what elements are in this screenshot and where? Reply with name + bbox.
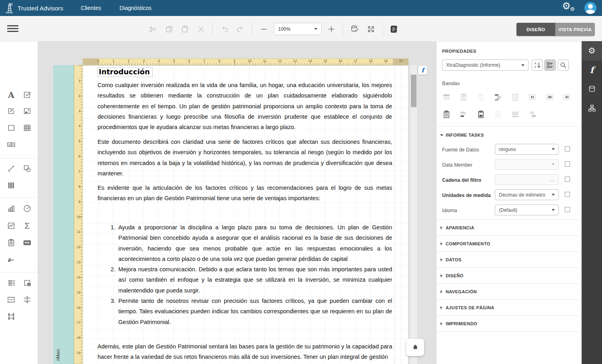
- page-break-control-icon[interactable]: [3, 292, 19, 308]
- cadena-del-filtro-input[interactable]: …: [495, 174, 559, 185]
- data-member-select[interactable]: [495, 159, 559, 170]
- band-bottom-margin-icon[interactable]: [511, 110, 520, 119]
- zoom-out-button[interactable]: [258, 24, 269, 35]
- field-checkbox[interactable]: [565, 146, 570, 151]
- ellipsis-icon[interactable]: …: [549, 177, 555, 183]
- table-control-icon[interactable]: [19, 120, 35, 136]
- paragraph[interactable]: Como cualquier inversión realizada en la…: [98, 80, 392, 132]
- idioma-select[interactable]: (Default): [495, 205, 559, 215]
- band-top-margin-icon[interactable]: [442, 93, 451, 101]
- band-sub-band-icon[interactable]: [442, 110, 451, 119]
- line-control-icon[interactable]: [3, 161, 19, 177]
- settings-gears-icon[interactable]: ⚙⚙: [561, 1, 576, 15]
- delete-button[interactable]: [195, 24, 207, 35]
- shape-control-icon[interactable]: [19, 161, 35, 177]
- attachment-control-icon[interactable]: [3, 235, 19, 251]
- group-properties-button[interactable]: [544, 60, 556, 71]
- signature-control-icon[interactable]: [3, 252, 19, 268]
- user-avatar[interactable]: [584, 2, 596, 14]
- section-navegacion[interactable]: NAVEGACIÓN: [437, 283, 582, 299]
- band-detail-report-icon[interactable]: [562, 93, 571, 101]
- informe-tasks-header[interactable]: INFORME TASKS: [440, 133, 484, 137]
- picture-control-icon[interactable]: [19, 103, 35, 119]
- band-vertical-detail-icon[interactable]: [476, 110, 485, 119]
- band-page-footer-icon[interactable]: [459, 110, 468, 119]
- section-diseno[interactable]: DISEÑO: [437, 267, 582, 283]
- list-item[interactable]: Mejora nuestra comunicación. Debido a qu…: [117, 264, 392, 296]
- zoom-in-button[interactable]: [326, 24, 337, 35]
- list-item[interactable]: Permite tanto de nosotros revisar con pr…: [117, 296, 392, 327]
- sparkline-control-icon[interactable]: [3, 218, 19, 234]
- expressions-tab-button[interactable]: f: [582, 60, 602, 80]
- section-imprimiendo[interactable]: IMPRIMIENDO: [437, 315, 582, 331]
- section-ajustes-de-pagina[interactable]: AJUSTES DE PÁGINA: [437, 299, 582, 315]
- field-checkbox[interactable]: [565, 177, 570, 182]
- checkbox-control-icon[interactable]: [19, 87, 35, 103]
- section-apariencia[interactable]: APARIENCIA: [437, 219, 582, 235]
- paragraph[interactable]: Además, este plan de Gestión Patrimonial…: [98, 341, 392, 362]
- band-detail-icon[interactable]: [511, 93, 520, 101]
- band-page-header-icon[interactable]: [494, 93, 502, 101]
- gauge-control-icon[interactable]: [19, 201, 35, 217]
- database-icon: [588, 85, 596, 93]
- band-report-header-icon[interactable]: [459, 93, 468, 101]
- chart-control-icon[interactable]: [3, 201, 19, 217]
- zoom-level-select[interactable]: 100%: [274, 23, 322, 35]
- sum-control-icon[interactable]: Σ: [19, 218, 35, 234]
- expression-fx-button[interactable]: f: [418, 66, 427, 75]
- validate-report-button[interactable]: [349, 24, 361, 35]
- notifications-button[interactable]: [406, 339, 424, 356]
- vertical-ruler: 12345678910111213141516171819: [74, 65, 83, 364]
- section-comportamiento[interactable]: COMPORTAMIENTO: [437, 235, 582, 251]
- cross-band-line-control-icon[interactable]: [19, 292, 35, 308]
- menu-diagnosticos[interactable]: Diagnósticos: [120, 5, 151, 11]
- field-list-tab-button[interactable]: [582, 80, 602, 99]
- character-comb-control-icon[interactable]: ab: [3, 137, 19, 153]
- scripts-button[interactable]: [388, 24, 399, 35]
- field-checkbox[interactable]: [565, 161, 570, 167]
- field-checkbox[interactable]: [565, 207, 570, 212]
- unidades-de-medida-select[interactable]: Décimas de milímetro: [495, 189, 559, 200]
- control-selector[interactable]: XtraDiagnostic (Informe): [442, 60, 528, 71]
- menu-clientes[interactable]: Clientes: [81, 5, 101, 11]
- band-group-header-icon[interactable]: [528, 93, 537, 101]
- pdf-content-control-icon[interactable]: PDF: [19, 235, 35, 251]
- table-of-contents-control-icon[interactable]: [3, 275, 19, 291]
- band-strip[interactable]: nMain: [53, 65, 74, 364]
- numbered-list[interactable]: Ayuda a proporcionar la disciplina a lar…: [98, 222, 392, 327]
- label-control-icon[interactable]: A: [3, 87, 19, 103]
- main-menu-button[interactable]: [7, 25, 18, 32]
- scrollbar-thumb[interactable]: [411, 75, 417, 107]
- copy-button[interactable]: [163, 24, 175, 35]
- page-info-control-icon[interactable]: [19, 275, 35, 291]
- paragraph[interactable]: Este documento describirá con claridad u…: [98, 137, 392, 179]
- paste-button[interactable]: [179, 24, 191, 35]
- section-datos[interactable]: DATOS: [437, 251, 582, 267]
- cross-band-box-control-icon[interactable]: [3, 308, 19, 324]
- list-item[interactable]: Ayuda a proporcionar la disciplina a lar…: [117, 222, 392, 264]
- design-tab[interactable]: DISEÑO: [516, 23, 555, 36]
- paragraph[interactable]: Es evidente que la articulación de los f…: [98, 183, 392, 204]
- band-group-footer-icon[interactable]: [545, 93, 554, 101]
- report-explorer-tab-button[interactable]: [582, 99, 602, 118]
- report-page[interactable]: Introducción Como cualquier inversión re…: [83, 65, 409, 364]
- undo-button[interactable]: [219, 24, 231, 35]
- sort-properties-button[interactable]: AZ: [532, 60, 543, 71]
- band-watermark-icon[interactable]: [528, 110, 537, 119]
- vertical-scrollbar[interactable]: [411, 65, 417, 364]
- band-report-footer-icon[interactable]: [476, 93, 485, 101]
- band-cross-band-icon[interactable]: [494, 110, 502, 119]
- field-checkbox[interactable]: [565, 192, 570, 197]
- panel-control-icon[interactable]: [3, 120, 19, 136]
- cut-button[interactable]: [148, 24, 159, 35]
- fuente-de-datos-select[interactable]: ninguno: [495, 144, 559, 155]
- fullscreen-button[interactable]: [365, 24, 377, 35]
- search-properties-button[interactable]: [558, 60, 569, 71]
- document-title[interactable]: Introducción: [98, 67, 153, 77]
- ruler-number: 11: [262, 59, 267, 63]
- redo-button[interactable]: [234, 24, 245, 35]
- properties-tab-button[interactable]: ⚙: [582, 41, 602, 60]
- richtext-control-icon[interactable]: [3, 103, 19, 119]
- preview-tab[interactable]: VISTA PREVIA: [555, 23, 595, 36]
- barcode-control-icon[interactable]: [3, 177, 19, 193]
